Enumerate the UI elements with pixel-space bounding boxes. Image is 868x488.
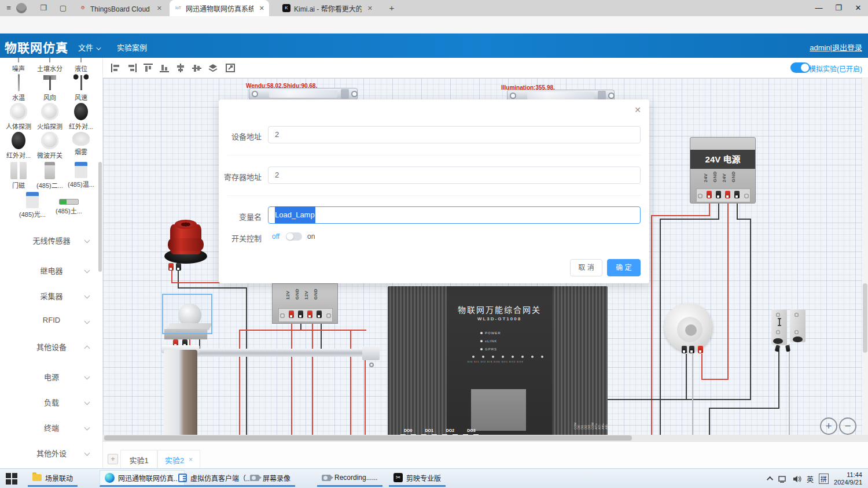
sidebar-scrollbar[interactable] xyxy=(98,162,102,272)
alarm-lamp-device[interactable] xyxy=(167,219,205,265)
palette-item[interactable]: (485)土... xyxy=(54,192,84,219)
window-maximize-button[interactable]: ❐ xyxy=(829,0,848,16)
browser-tab-kimi[interactable]: K Kimi.ai - 帮你看更大的世界 ✕ xyxy=(278,0,377,16)
align-right-icon[interactable] xyxy=(127,64,137,72)
menu-experiment-cases[interactable]: 实验案例 xyxy=(117,42,147,53)
screw xyxy=(776,330,780,334)
palette-item[interactable]: 土壤水分 xyxy=(35,58,65,73)
palette-item[interactable]: 风速 xyxy=(66,74,96,102)
tab-close-icon[interactable]: ✕ xyxy=(259,5,264,12)
palette-item[interactable]: 红外对... xyxy=(66,103,96,131)
palette-item[interactable]: (485)温... xyxy=(66,162,96,190)
tab-close-icon[interactable]: × xyxy=(189,456,193,464)
curtain-bracket xyxy=(362,346,380,360)
iot-favicon: IoT xyxy=(174,4,182,12)
palette-item[interactable]: 门磁 xyxy=(3,162,34,190)
palette-item[interactable]: 噪声 xyxy=(3,58,34,73)
network-icon[interactable] xyxy=(778,475,788,483)
category-terminals[interactable]: 终端 xyxy=(0,422,103,434)
category-rfid[interactable]: RFID xyxy=(0,316,103,327)
browser-tab-thingsboard[interactable]: ⚙ ThingsBoard Cloud | 规则链 ✕ xyxy=(74,0,167,16)
tab-close-icon[interactable]: ✕ xyxy=(157,5,162,12)
gateway-model: WL3D-GT1008 xyxy=(447,316,552,321)
palette-item[interactable]: 烟雾 xyxy=(66,132,96,160)
align-bottom-icon[interactable] xyxy=(160,64,169,72)
scrollbar-thumb[interactable] xyxy=(863,283,867,353)
browser-tab-iot-active[interactable]: IoT 网迅通物联网仿真系统 ✕ xyxy=(170,0,269,16)
start-button[interactable] xyxy=(6,473,17,485)
palette-item[interactable]: 人体探测 xyxy=(3,103,34,131)
siren-device[interactable] xyxy=(664,303,713,352)
taskbar-item-recording[interactable]: Recording...... xyxy=(317,470,382,487)
language-indicator[interactable]: 英 xyxy=(807,474,814,484)
fit-screen-icon[interactable] xyxy=(226,64,235,72)
category-collectors[interactable]: 采集器 xyxy=(0,290,103,302)
align-left-icon[interactable] xyxy=(111,64,120,72)
scrollbar-thumb[interactable] xyxy=(104,435,632,441)
align-top-icon[interactable] xyxy=(144,64,153,72)
dialog-close-icon[interactable]: ✕ xyxy=(634,105,641,114)
gateway-ribs xyxy=(552,286,608,440)
palette-item[interactable]: 红外对... xyxy=(3,132,34,160)
tab-close-icon[interactable]: ✕ xyxy=(367,5,373,12)
switch-control-toggle[interactable] xyxy=(286,232,302,241)
palette-item[interactable]: 液位 xyxy=(66,58,96,73)
workspaces-icon[interactable]: ❒ xyxy=(38,3,49,13)
window-close-button[interactable]: ✕ xyxy=(848,0,868,16)
register-address-input[interactable]: 2 xyxy=(268,167,641,184)
window-minimize-button[interactable]: — xyxy=(809,0,829,16)
category-loads[interactable]: 负载 xyxy=(0,397,103,408)
experiment-tab-2-active[interactable]: 实验2× xyxy=(157,450,200,469)
palette-item[interactable]: (485)二... xyxy=(35,162,65,190)
new-tab-button[interactable]: + xyxy=(387,3,397,13)
zoom-out-button[interactable]: − xyxy=(839,417,856,435)
palette-item[interactable]: 水温 xyxy=(3,74,34,102)
taskbar-clock[interactable]: 11:44 2024/9/21 xyxy=(834,471,866,486)
device-address-input[interactable]: 2 xyxy=(268,126,641,143)
menu-file[interactable]: 文件 xyxy=(78,42,100,53)
do-label: DO1 xyxy=(425,428,433,432)
canvas-horizontal-scrollbar[interactable] xyxy=(103,435,868,441)
experiment-tab-1[interactable]: 实验1 xyxy=(120,450,157,469)
hidden-icons-chevron[interactable] xyxy=(767,476,773,483)
add-experiment-button[interactable]: + xyxy=(108,454,118,464)
simulation-toggle[interactable] xyxy=(790,62,810,73)
align-center-vertical-icon[interactable] xyxy=(192,64,201,72)
variable-config-dialog: ✕ 设备地址 2 寄存器地址 2 变量名 Load_Lamp 开关控制 off … xyxy=(219,99,649,283)
zoom-in-button[interactable]: + xyxy=(820,417,837,435)
user-logout-link[interactable]: admin|退出登录 xyxy=(810,42,862,53)
terminal-strip xyxy=(696,188,751,202)
category-power[interactable]: 电源 xyxy=(0,371,103,383)
wire-segment xyxy=(692,354,693,435)
category-other-devices[interactable]: 其他设备 xyxy=(0,341,103,353)
taskbar-item-scene-linkage[interactable]: 场景联动 xyxy=(28,470,78,487)
power-supply-12v[interactable]: 12V GND 12V GND xyxy=(272,283,338,324)
terminal-clamp-red xyxy=(707,191,712,198)
canvas-vertical-scrollbar[interactable] xyxy=(862,78,868,435)
profile-avatar[interactable] xyxy=(16,3,27,13)
tab-actions-icon[interactable]: ▢ xyxy=(58,3,68,13)
iot-gateway-device[interactable]: 物联网万能综合网关 WL3D-GT1008 POWER xLINK GPRS D… xyxy=(388,286,608,440)
category-relays[interactable]: 继电器 xyxy=(0,265,103,276)
power-supply-24v[interactable]: 24V 电源 24V GND 24V GND xyxy=(690,137,756,204)
align-center-horizontal-icon[interactable] xyxy=(176,64,185,72)
taskbar-item-vm-client[interactable]: 虚拟仿真客户端（... xyxy=(174,470,256,487)
speaker-icon[interactable] xyxy=(793,475,801,483)
ime-indicator[interactable]: 拼 xyxy=(819,474,829,484)
link-led: xLINK xyxy=(480,339,497,343)
taskbar-item-jianying[interactable]: ✂ 剪映专业版 xyxy=(389,470,446,487)
layers-icon[interactable] xyxy=(208,64,218,72)
category-wireless-sensors[interactable]: 无线传感器 xyxy=(0,235,103,246)
category-other-peripherals[interactable]: 其他外设 xyxy=(0,448,103,459)
palette-item[interactable]: 火焰探测 xyxy=(35,103,65,131)
taskbar-item-iot-sim-active[interactable]: 网迅通物联网仿真... xyxy=(100,470,185,487)
cancel-button[interactable]: 取 消 xyxy=(570,259,602,276)
taskbar-item-screen-recorder[interactable]: 屏幕录像 xyxy=(245,470,295,487)
palette-item[interactable]: 微波开关 xyxy=(35,132,65,160)
palette-item[interactable]: (485)光... xyxy=(17,192,47,219)
variable-name-input[interactable]: Load_Lamp xyxy=(268,206,641,224)
menu-icon[interactable]: ≡ xyxy=(3,3,14,13)
ok-button[interactable]: 确 定 xyxy=(607,259,641,276)
temp-humidity-sensor-device[interactable] xyxy=(249,88,358,100)
palette-item[interactable]: 风向 xyxy=(35,74,65,102)
